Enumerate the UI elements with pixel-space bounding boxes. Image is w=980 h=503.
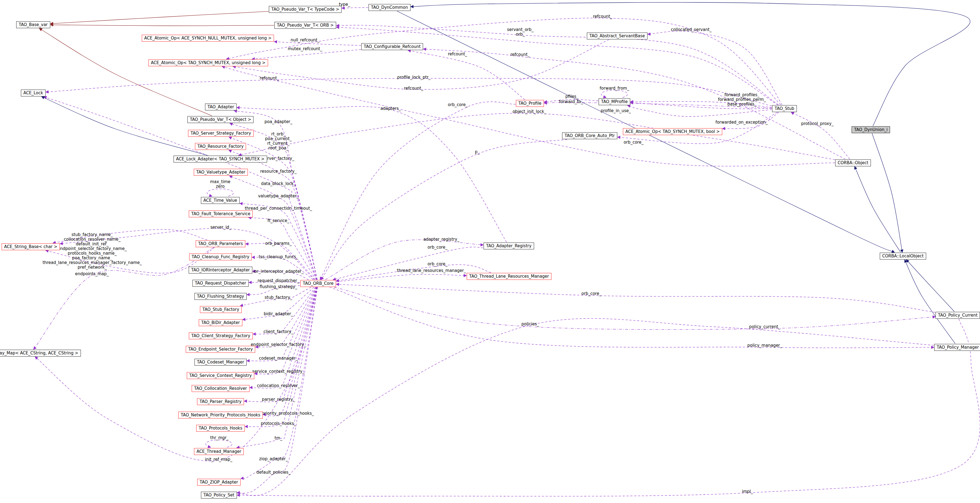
edge-label-tss_cleanup_funcs_: tss_cleanup_funcs_ [259, 255, 298, 259]
node-stub_factory[interactable]: TAO_Stub_Factory [200, 306, 242, 313]
node-orb_params[interactable]: TAO_ORB_Parameters [196, 240, 245, 247]
self-loop-time_value [207, 189, 234, 196]
node-parser_reg[interactable]: TAO_Parser_Registry [197, 398, 244, 405]
node-mprofile[interactable]: TAO_MProfile [599, 98, 630, 105]
node-dyncommon[interactable]: TAO_DynCommon [369, 4, 410, 11]
edge-label-poa_adapter_: poa_adapter_ [264, 119, 293, 124]
node-lock_adapter[interactable]: ACE_Lock_Adapter< TAO_SYNCH_MUTEX > [173, 156, 267, 163]
edge-label-p_: p_ [475, 150, 479, 154]
node-policy_current[interactable]: TAO_Policy_Current [935, 312, 980, 319]
edge-label-server_factory_: server_factory_ [262, 156, 294, 161]
edge-label-forward_to_: forward_to_ [559, 100, 583, 104]
node-profile[interactable]: TAO_Profile [516, 100, 544, 107]
node-svc_ctx_reg[interactable]: TAO_Service_Context_Registry [187, 372, 254, 379]
edge-label-orb_params_: orb_params_ [265, 241, 291, 246]
node-atomic_ul[interactable]: ACE_Atomic_Op< TAO_SYNCH_MUTEX, unsigned… [148, 59, 268, 66]
node-policy_manager[interactable]: TAO_Policy_Manager [934, 344, 980, 351]
edge-pv_object-tao_base_var [39, 29, 212, 116]
node-array_map[interactable]: ACE_Array_Map< ACE_CString, ACE_CString … [0, 350, 81, 357]
node-codeset[interactable]: TAO_Codeset_Manager [194, 359, 247, 366]
node-resource_factory[interactable]: TAO_Resource_Factory [195, 143, 246, 150]
node-net_prio[interactable]: TAO_Network_Priority_Protocols_Hooks [178, 412, 263, 419]
node-dynunion[interactable]: TAO_DynUnion_i [852, 126, 890, 133]
edge-label-policy_current_: policy_current_ [749, 325, 780, 329]
edge-lock_adapter-ace_lock [42, 97, 207, 156]
node-time_value[interactable]: ACE_Time_Value [201, 197, 240, 204]
edge-orb_core_auto_ptr-orb_core [321, 140, 567, 280]
node-adapter[interactable]: TAO_Adapter [205, 104, 237, 111]
node-ft_service[interactable]: TAO_Fault_Tolerance_Service [189, 211, 253, 217]
edge-dyncommon-pv_typecode [342, 8, 368, 8]
edge-orb_core-orb_params [246, 243, 315, 280]
edge-orb_core-client_strategy [253, 287, 315, 334]
node-colloc_resolver[interactable]: TAO_Collocation_Resolver [192, 385, 250, 392]
edge-dynunion-dyncommon [411, 2, 970, 126]
edge-profile-orb_core [320, 102, 515, 279]
node-bidir[interactable]: TAO_BiDir_Adapter [199, 319, 242, 326]
edge-label-init_ref_map_: init_ref_map_ [205, 457, 232, 462]
edge-label-thread_per_connection_timeout_: thread_per_connection_timeout_ [245, 206, 312, 211]
edge-label-refcount_: refcount_ [448, 52, 467, 57]
edge-label-ziop_adapter_: ziop_adapter_ [259, 457, 288, 461]
edge-label-flushing_strategy_: flushing_strategy_ [259, 284, 297, 289]
node-string_base[interactable]: ACE_String_Base< char > [2, 243, 60, 250]
edge-label-null_refcount_: null_refcount_ [290, 38, 319, 43]
edge-label-endpoints_map_: endpoints_map_ [75, 271, 109, 276]
edge-label-server_id_: server_id_ [210, 225, 231, 230]
loop-label-max_time: max_time zero [210, 179, 231, 189]
node-abstract_servant[interactable]: TAO_Abstract_ServantBase [587, 33, 648, 40]
edge-label-stub_factory_: stub_factory_ [265, 295, 293, 300]
node-thread_mgr[interactable]: ACE_Thread_Manager [194, 448, 243, 455]
edge-label-stub_factory_name_: stub_factory_name_ collocation_resolver_… [43, 232, 142, 270]
node-server_strategy[interactable]: TAO_Server_Strategy_Factory [188, 130, 254, 137]
node-adapter_registry[interactable]: TAO_Adapter_Registry [484, 243, 534, 249]
node-tlrm[interactable]: TAO_Thread_Lane_Resources_Manager [467, 273, 552, 280]
edge-label-parser_registry_: parser_registry_ [262, 397, 295, 402]
edge-label-ft_service_: ft_service_ [267, 219, 290, 223]
edge-label-collocation_resolver_: collocation_resolver_ [257, 384, 300, 388]
node-orb_core[interactable]: TAO_ORB_Core [300, 280, 336, 287]
edge-pv_typecode-tao_base_var [51, 11, 269, 24]
edge-label-endpoint_selector_factory_: endpoint_selector_factory_ [251, 343, 306, 347]
edge-corba_object-stub [791, 113, 850, 159]
node-client_strategy[interactable]: TAO_Client_Strategy_Factory [189, 333, 253, 340]
node-ior_adapter[interactable]: TAO_IORInterceptor_Adapter [189, 267, 252, 274]
node-atomic_null[interactable]: ACE_Atomic_Op< ACE_SYNCH_NULL_MUTEX, uns… [142, 35, 274, 42]
edge-label-refcount_: refcount_ [260, 76, 279, 81]
node-req_dispatcher[interactable]: TAO_Request_Dispatcher [192, 280, 248, 287]
collaboration-diagram: TAO_Base_varACE_LockTAO_Pseudo_Var_T< Ty… [0, 0, 980, 503]
edge-label-data_block_lock_: data_block_lock_ [261, 181, 296, 186]
node-orb_core_auto_ptr[interactable]: TAO_ORB_Core_Auto_Ptr [562, 132, 617, 139]
node-policy_set[interactable]: TAO_Policy_Set [201, 492, 237, 498]
edge-label-adapters_: adapters_ [380, 106, 401, 111]
node-proto_hooks[interactable]: TAO_Protocols_Hooks [196, 425, 245, 432]
edge-label-forwarded_on_exception_: forwarded_on_exception_ [716, 120, 768, 125]
node-tao_base_var[interactable]: TAO_Base_var [16, 21, 50, 28]
edge-policy_current-orb_core [336, 284, 935, 312]
node-pv_orb[interactable]: TAO_Pseudo_Var_T< ORB > [274, 22, 336, 29]
edge-label-policy_manager_: policy_manager_ [748, 343, 782, 348]
edge-label-tm_: tm_ [275, 436, 282, 441]
node-pv_typecode[interactable]: TAO_Pseudo_Var_T< TypeCode > [269, 6, 342, 13]
node-ziop[interactable]: TAO_ZIOP_Adapter [197, 479, 240, 486]
edge-label-pfiles_: pfiles_ [565, 94, 579, 99]
node-atomic_bool[interactable]: ACE_Atomic_Op< TAO_SYNCH_MUTEX, bool > [623, 128, 722, 135]
node-endpoint_sel[interactable]: TAO_Endpoint_Selector_Factory [186, 346, 255, 353]
node-ace_lock[interactable]: ACE_Lock [21, 90, 46, 97]
node-pv_object[interactable]: TAO_Pseudo_Var_T< Object > [187, 116, 253, 123]
edge-policy_current-policy_set [237, 319, 980, 497]
edge-policy_manager-local_object [905, 260, 955, 344]
node-local_object[interactable]: CORBA::LocalObject [880, 253, 926, 260]
edge-label-codeset_manager_: codeset_manager_ [259, 356, 298, 361]
edge-label-refcount_: refcount_ [593, 14, 612, 19]
edge-adapter_registry-orb_core [333, 247, 483, 279]
edge-label-refcount_: refcount_ [511, 52, 530, 57]
edge-label-request_dispatcher_: request_dispatcher_ [258, 279, 299, 283]
node-valuetype_adapter[interactable]: TAO_Valuetype_Adapter [194, 169, 248, 176]
node-config_refcount[interactable]: TAO_Configurable_Refcount [361, 43, 423, 50]
node-corba_object[interactable]: CORBA::Object [835, 160, 871, 167]
node-cleanup_func[interactable]: TAO_Cleanup_Func_Registry [189, 254, 252, 260]
node-flushing[interactable]: TAO_Flushing_Strategy [194, 293, 247, 300]
edge-label-protocol_proxy_: protocol_proxy_ [801, 121, 834, 126]
node-stub[interactable]: TAO_Stub [772, 105, 797, 112]
